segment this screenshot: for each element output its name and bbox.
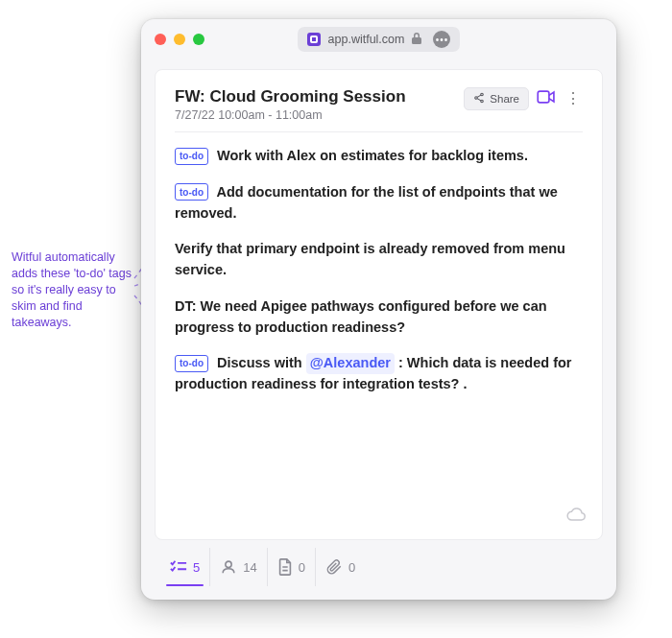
note-line: to-do Add documentation for the list of … xyxy=(175,182,583,224)
todo-tag: to-do xyxy=(175,183,208,201)
tab-todos[interactable]: 5 xyxy=(160,548,210,586)
note-text: Work with Alex on estimates for backlog … xyxy=(217,148,528,163)
mention-chip[interactable]: @Alexander xyxy=(306,353,395,374)
note-line: DT: We need Apigee pathways configured b… xyxy=(175,296,583,339)
paperclip-icon xyxy=(325,558,343,576)
share-label: Share xyxy=(490,93,519,105)
svg-rect-6 xyxy=(538,91,549,103)
note-text: Add documentation for the list of endpoi… xyxy=(175,184,558,221)
note-text: Discuss with xyxy=(217,355,306,370)
svg-point-5 xyxy=(481,100,484,103)
share-button[interactable]: Share xyxy=(464,87,529,110)
annotation-text: Witful automatically adds these 'to-do' … xyxy=(12,250,132,329)
more-menu-button[interactable]: ⋮ xyxy=(564,95,583,103)
todos-count: 5 xyxy=(193,560,200,575)
window-controls xyxy=(155,34,204,45)
address-text: app.witful.com xyxy=(328,33,405,46)
lock-icon xyxy=(412,33,421,46)
meeting-notes[interactable]: to-do Work with Alex on estimates for ba… xyxy=(175,146,583,411)
note-text: Verify that primary endpoint is already … xyxy=(175,241,565,277)
todo-tag: to-do xyxy=(175,148,208,165)
share-icon xyxy=(473,92,485,106)
sync-status-icon xyxy=(565,507,587,526)
file-icon xyxy=(277,558,293,576)
window-zoom-button[interactable] xyxy=(193,34,204,45)
address-bar[interactable]: app.witful.com ••• xyxy=(298,27,461,52)
files-count: 0 xyxy=(299,560,305,575)
meeting-datetime: 7/27/22 10:00am - 11:00am xyxy=(175,108,454,122)
window-close-button[interactable] xyxy=(155,34,166,45)
note-line: to-do Work with Alex on estimates for ba… xyxy=(175,146,583,167)
titlebar: app.witful.com ••• xyxy=(141,19,616,59)
todos-icon xyxy=(170,559,187,575)
note-text: DT: We need Apigee pathways configured b… xyxy=(175,298,547,335)
video-call-button[interactable] xyxy=(537,89,556,108)
attachments-count: 0 xyxy=(348,560,355,575)
site-logo-icon xyxy=(307,33,321,46)
note-line: Verify that primary endpoint is already … xyxy=(175,239,583,281)
note-line: to-do Discuss with @Alexander : Which da… xyxy=(175,353,583,395)
tab-bar: 5 14 0 0 xyxy=(155,548,603,586)
tab-attachments[interactable]: 0 xyxy=(316,548,365,586)
svg-point-7 xyxy=(226,561,231,567)
tab-files[interactable]: 0 xyxy=(268,548,316,586)
svg-point-3 xyxy=(481,93,484,96)
annotation-callout: Witful automatically adds these 'to-do' … xyxy=(12,249,136,330)
card-header: FW: Cloud Grooming Session 7/27/22 10:00… xyxy=(175,87,583,132)
content-area: FW: Cloud Grooming Session 7/27/22 10:00… xyxy=(141,59,616,600)
window-minimize-button[interactable] xyxy=(174,34,185,45)
tab-people[interactable]: 14 xyxy=(210,548,267,586)
meeting-card: FW: Cloud Grooming Session 7/27/22 10:00… xyxy=(155,69,603,540)
address-more-button[interactable]: ••• xyxy=(433,31,450,48)
todo-tag: to-do xyxy=(175,355,208,372)
meeting-title: FW: Cloud Grooming Session xyxy=(175,87,454,106)
app-window: app.witful.com ••• FW: Cloud Grooming Se… xyxy=(141,19,616,600)
svg-point-4 xyxy=(475,97,478,100)
people-count: 14 xyxy=(243,560,256,575)
people-icon xyxy=(220,559,237,575)
